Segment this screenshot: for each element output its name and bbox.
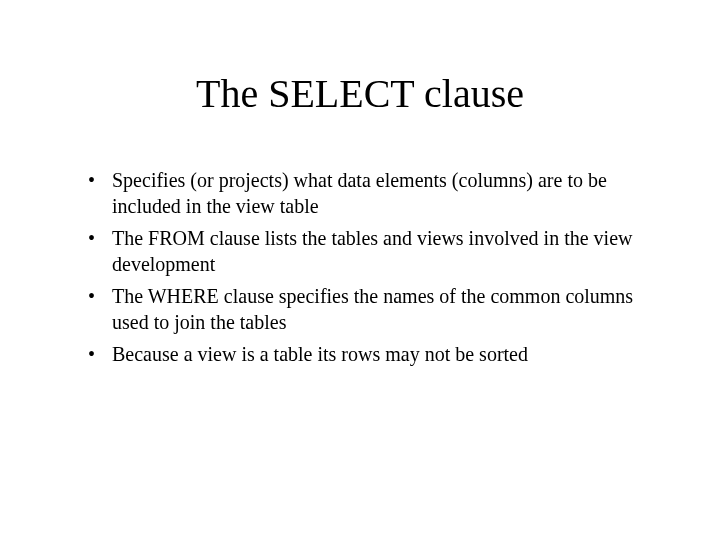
list-item: Because a view is a table its rows may n…	[84, 341, 636, 367]
list-item: Specifies (or projects) what data elemen…	[84, 167, 636, 219]
slide-title: The SELECT clause	[60, 70, 660, 117]
bullet-list: Specifies (or projects) what data elemen…	[84, 167, 636, 367]
list-item: The WHERE clause specifies the names of …	[84, 283, 636, 335]
list-item: The FROM clause lists the tables and vie…	[84, 225, 636, 277]
slide: The SELECT clause Specifies (or projects…	[0, 0, 720, 540]
